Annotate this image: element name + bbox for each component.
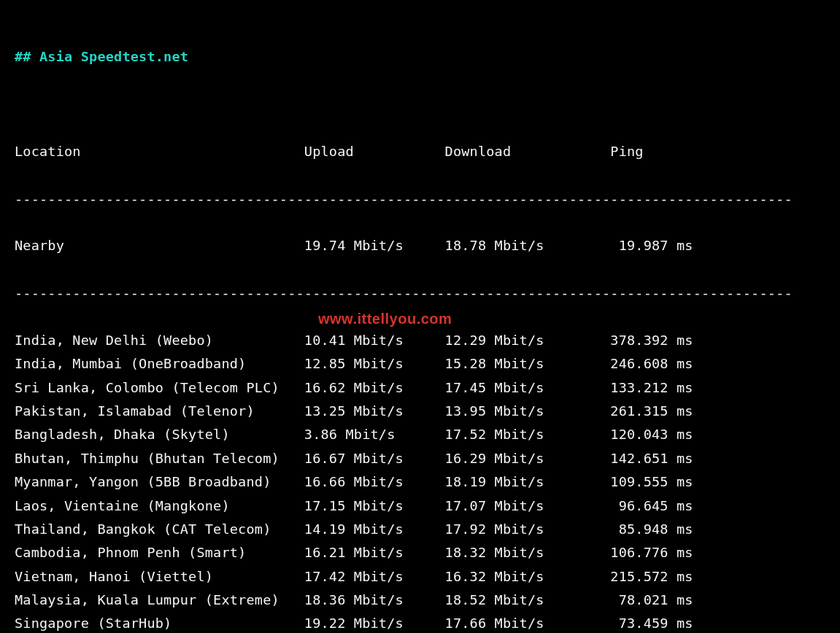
table-row: Bhutan, Thimphu (Bhutan Telecom) 16.67 M…	[15, 447, 825, 470]
table-row-nearby: Nearby 19.74 Mbit/s 18.78 Mbit/s 19.987 …	[15, 234, 825, 257]
table-row: Pakistan, Islamabad (Telenor) 13.25 Mbit…	[15, 400, 825, 423]
table-row: Malaysia, Kuala Lumpur (Extreme) 18.36 M…	[15, 589, 825, 612]
table-row: Cambodia, Phnom Penh (Smart) 16.21 Mbit/…	[15, 541, 825, 564]
terminal-output: ## Asia Speedtest.net Location Upload Do…	[0, 0, 840, 633]
table-row: Thailand, Bangkok (CAT Telecom) 14.19 Mb…	[15, 518, 825, 541]
divider: ----------------------------------------…	[15, 187, 825, 211]
table-row: Myanmar, Yangon (5BB Broadband) 16.66 Mb…	[15, 470, 825, 494]
section-title: ## Asia Speedtest.net	[15, 45, 825, 69]
table-header: Location Upload Download Ping	[15, 140, 825, 163]
table-row: Vietnam, Hanoi (Viettel) 17.42 Mbit/s 16…	[15, 565, 825, 589]
table-row: Sri Lanka, Colombo (Telecom PLC) 16.62 M…	[15, 376, 825, 400]
table-row: Singapore (StarHub) 19.22 Mbit/s 17.66 M…	[15, 612, 825, 633]
blank-line	[15, 93, 825, 116]
table-body: India, New Delhi (Weebo) 10.41 Mbit/s 12…	[15, 329, 825, 633]
table-row: Bangladesh, Dhaka (Skytel) 3.86 Mbit/s 1…	[15, 423, 825, 446]
table-row: Laos, Vientaine (Mangkone) 17.15 Mbit/s …	[15, 494, 825, 518]
divider: ----------------------------------------…	[15, 281, 825, 305]
table-row: India, New Delhi (Weebo) 10.41 Mbit/s 12…	[15, 329, 825, 352]
table-row: India, Mumbai (OneBroadband) 12.85 Mbit/…	[15, 352, 825, 376]
